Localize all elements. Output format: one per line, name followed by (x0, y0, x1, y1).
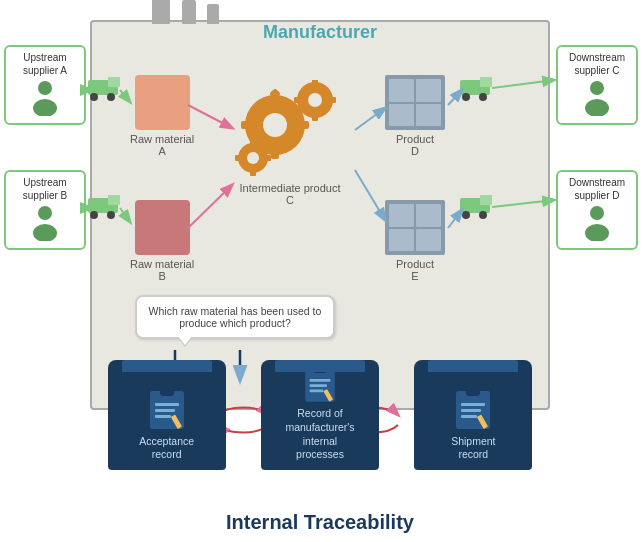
person-icon-a (30, 80, 60, 116)
svg-rect-44 (461, 415, 477, 418)
svg-rect-12 (241, 121, 251, 129)
svg-rect-25 (250, 170, 256, 176)
svg-rect-26 (235, 155, 241, 161)
intermediate-product-c: Intermediate productC (230, 80, 350, 206)
svg-point-17 (308, 93, 322, 107)
product-d: ProductD (385, 75, 445, 157)
raw-material-b: Raw materialB (130, 200, 194, 282)
product-e-box (385, 200, 445, 255)
shipment-record-card: Shipmentrecord (414, 360, 532, 470)
svg-point-7 (585, 224, 609, 241)
svg-rect-36 (310, 379, 331, 382)
downstream-supplier-d-label: Downstreamsupplier D (562, 176, 632, 202)
svg-point-6 (590, 206, 604, 220)
svg-rect-29 (160, 386, 174, 396)
raw-material-b-label: Raw materialB (130, 258, 194, 282)
product-d-box (385, 75, 445, 130)
upstream-supplier-b-label: Upstreamsupplier B (10, 176, 80, 202)
svg-point-5 (585, 99, 609, 116)
upstream-supplier-a: Upstreamsupplier A (4, 45, 86, 125)
manufacturer-title: Manufacturer (90, 22, 550, 43)
person-icon-b (30, 205, 60, 241)
clipboard-icon-acceptance (142, 381, 192, 431)
person-icon-d (582, 205, 612, 241)
svg-rect-42 (461, 403, 485, 406)
upstream-supplier-a-label: Upstreamsupplier A (10, 51, 80, 77)
record-card-top-2 (275, 360, 365, 372)
svg-rect-30 (155, 403, 179, 406)
main-container: Manufacturer Upstreamsupplier A Upstream… (0, 0, 642, 542)
gears-svg (235, 80, 345, 185)
svg-point-0 (38, 81, 52, 95)
svg-rect-41 (466, 386, 480, 396)
record-card-top-3 (428, 360, 518, 372)
upstream-supplier-b: Upstreamsupplier B (4, 170, 86, 250)
svg-rect-43 (461, 409, 481, 412)
chimney-1 (152, 0, 170, 24)
svg-point-1 (33, 99, 57, 116)
intermediate-product-c-label: Intermediate productC (230, 182, 350, 206)
speech-bubble-text: Which raw material has been used to prod… (149, 305, 322, 329)
raw-material-a-box (135, 75, 190, 130)
svg-rect-32 (155, 415, 171, 418)
svg-rect-18 (312, 80, 318, 86)
shipment-record-label: Shipmentrecord (451, 435, 495, 462)
acceptance-record-card: Acceptancerecord (108, 360, 226, 470)
svg-rect-20 (294, 97, 301, 103)
downstream-supplier-d: Downstreamsupplier D (556, 170, 638, 250)
person-icon-c (582, 80, 612, 116)
svg-rect-19 (312, 114, 318, 121)
svg-rect-38 (310, 390, 324, 393)
svg-point-9 (263, 113, 287, 137)
svg-rect-24 (250, 140, 256, 146)
chimney-3 (207, 4, 219, 24)
svg-rect-27 (265, 155, 271, 161)
svg-point-2 (38, 206, 52, 220)
record-section: Acceptancerecord Record ofmanufacturer's… (90, 360, 550, 470)
gears-container (235, 80, 345, 180)
raw-material-b-box (135, 200, 190, 255)
product-e-label: ProductE (385, 258, 445, 282)
acceptance-record-label: Acceptancerecord (139, 435, 194, 462)
svg-point-4 (590, 81, 604, 95)
svg-point-3 (33, 224, 57, 241)
internal-processes-card: Record ofmanufacturer'sinternalprocesses (261, 360, 379, 470)
traceability-title: Internal Traceability (90, 511, 550, 534)
product-e: ProductE (385, 200, 445, 282)
internal-processes-label: Record ofmanufacturer'sinternalprocesses (285, 407, 354, 462)
speech-bubble: Which raw material has been used to prod… (135, 295, 335, 339)
svg-rect-21 (329, 97, 336, 103)
downstream-supplier-c-label: Downstreamsupplier C (562, 51, 632, 77)
svg-point-23 (247, 152, 259, 164)
svg-rect-37 (310, 384, 327, 387)
clipboard-icon-shipment (448, 381, 498, 431)
svg-rect-31 (155, 409, 175, 412)
product-d-label: ProductD (385, 133, 445, 157)
raw-material-a-label: Raw materialA (130, 133, 194, 157)
svg-rect-11 (271, 149, 279, 159)
raw-material-a: Raw materialA (130, 75, 194, 157)
svg-rect-13 (299, 121, 309, 129)
record-card-top-1 (122, 360, 212, 372)
downstream-supplier-c: Downstreamsupplier C (556, 45, 638, 125)
chimney-2 (182, 0, 196, 24)
